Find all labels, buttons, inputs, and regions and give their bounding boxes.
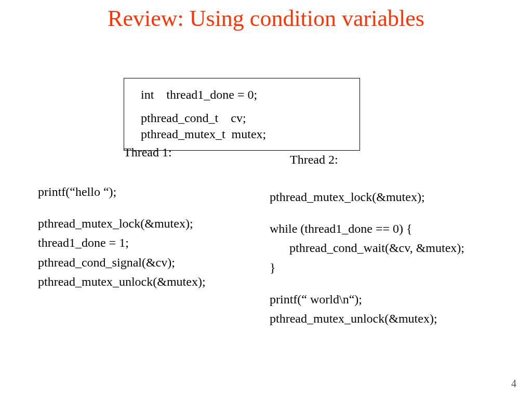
declaration-line: pthread_mutex_t mutex;	[141, 126, 343, 142]
code-line: pthread_cond_wait(&cv, &mutex);	[270, 238, 498, 258]
code-line: pthread_mutex_lock(&mutex);	[270, 188, 498, 207]
code-line: pthread_cond_signal(&cv);	[38, 253, 246, 272]
thread2-code: pthread_mutex_lock(&mutex); while (threa…	[270, 188, 498, 328]
code-line: thread1_done = 1;	[38, 233, 246, 252]
code-line: }	[270, 258, 498, 277]
page-number: 4	[511, 378, 516, 390]
declaration-line: int thread1_done = 0;	[141, 87, 343, 103]
code-line: pthread_mutex_unlock(&mutex);	[38, 272, 246, 291]
code-gap	[270, 207, 498, 219]
thread1-label: Thread 1:	[124, 145, 172, 159]
declarations-box: int thread1_done = 0; pthread_cond_t cv;…	[124, 78, 360, 151]
code-line: pthread_mutex_lock(&mutex);	[38, 214, 246, 233]
thread1-code: printf(“hello “); pthread_mutex_lock(&mu…	[38, 182, 246, 291]
code-gap	[38, 202, 246, 214]
code-line: while (thread1_done == 0) {	[270, 219, 498, 238]
code-line: printf(“hello “);	[38, 182, 246, 202]
code-line: printf(“ world\n“);	[270, 290, 498, 309]
code-gap	[270, 277, 498, 290]
declaration-line: pthread_cond_t cv;	[141, 110, 343, 126]
slide-title: Review: Using condition variables	[0, 0, 532, 33]
code-line: pthread_mutex_unlock(&mutex);	[270, 309, 498, 328]
thread2-label: Thread 2:	[290, 153, 338, 167]
